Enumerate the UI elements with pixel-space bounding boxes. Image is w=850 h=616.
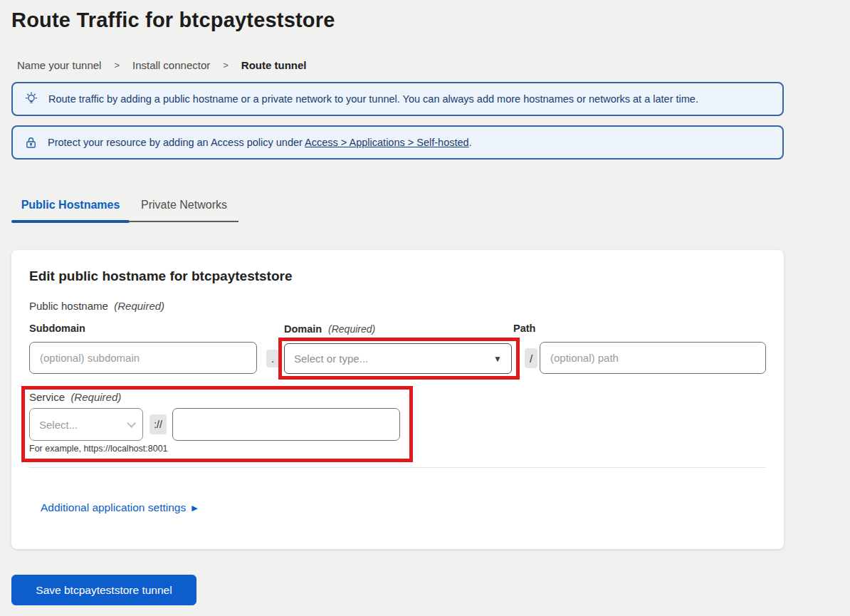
breadcrumb: Name your tunnel > Install connector > R… bbox=[17, 59, 850, 71]
subdomain-label: Subdomain bbox=[29, 323, 85, 334]
breadcrumb-separator: > bbox=[114, 60, 120, 71]
page-title: Route Traffic for btcpayteststore bbox=[11, 9, 850, 32]
dot-separator: . bbox=[266, 350, 279, 367]
service-example-hint: For example, https://localhost:8001 bbox=[29, 444, 168, 454]
breadcrumb-install-connector[interactable]: Install connector bbox=[132, 59, 210, 71]
service-url-input[interactable] bbox=[172, 408, 400, 441]
service-select-placeholder: Select... bbox=[39, 419, 78, 431]
breadcrumb-separator: > bbox=[223, 60, 229, 71]
domain-label: Domain (Required) bbox=[284, 323, 375, 335]
save-tunnel-button[interactable]: Save btcpayteststore tunnel bbox=[11, 575, 196, 605]
scheme-separator: :// bbox=[149, 414, 167, 434]
public-hostname-group-label: Public hostname (Required) bbox=[29, 300, 164, 312]
tip-banner-text: Route traffic by adding a public hostnam… bbox=[48, 93, 698, 105]
public-hostname-label-text: Public hostname bbox=[29, 300, 108, 312]
public-hostname-required-label: (Required) bbox=[114, 300, 164, 312]
section-divider bbox=[29, 467, 766, 468]
active-tab-indicator bbox=[11, 220, 130, 223]
chevron-down-icon bbox=[127, 419, 136, 428]
tip-banner: Route traffic by adding a public hostnam… bbox=[11, 82, 784, 116]
service-required-label: (Required) bbox=[70, 391, 121, 403]
triangle-right-icon: ▶ bbox=[191, 503, 197, 513]
service-type-select[interactable]: Select... bbox=[29, 408, 143, 441]
access-policy-link[interactable]: Access > Applications > Self-hosted bbox=[305, 137, 469, 148]
card-heading: Edit public hostname for btcpayteststore bbox=[29, 268, 293, 284]
access-banner-text: Protect your resource by adding an Acces… bbox=[48, 137, 472, 148]
service-label-text: Service bbox=[29, 391, 65, 403]
subdomain-input[interactable] bbox=[29, 342, 257, 374]
path-label: Path bbox=[513, 323, 535, 334]
service-label: Service (Required) bbox=[29, 391, 121, 403]
edit-public-hostname-card: Edit public hostname for btcpayteststore… bbox=[11, 250, 784, 549]
domain-required-label: (Required) bbox=[328, 323, 375, 335]
path-input[interactable] bbox=[540, 342, 766, 374]
domain-select-placeholder: Select or type... bbox=[294, 353, 368, 365]
access-banner-text-after: . bbox=[469, 137, 472, 148]
slash-separator: / bbox=[525, 348, 537, 368]
access-banner-text-before: Protect your resource by adding an Acces… bbox=[48, 137, 305, 148]
inactive-tab-track bbox=[130, 221, 238, 222]
tab-private-networks[interactable]: Private Networks bbox=[130, 199, 238, 220]
breadcrumb-route-tunnel: Route tunnel bbox=[241, 59, 307, 71]
access-banner: Protect your resource by adding an Acces… bbox=[11, 125, 784, 160]
tab-public-hostnames[interactable]: Public Hostnames bbox=[11, 199, 130, 220]
tab-bar: Public Hostnames Private Networks bbox=[11, 199, 850, 220]
domain-select[interactable]: Select or type... ▼ bbox=[284, 343, 512, 374]
lock-icon bbox=[23, 135, 38, 150]
tab-underline-track bbox=[11, 220, 850, 223]
additional-settings-link[interactable]: Additional application settings ▶ bbox=[41, 501, 198, 514]
caret-down-icon: ▼ bbox=[493, 354, 502, 364]
additional-settings-label: Additional application settings bbox=[41, 501, 186, 514]
breadcrumb-name-your-tunnel[interactable]: Name your tunnel bbox=[17, 59, 101, 71]
lightbulb-icon bbox=[23, 91, 39, 107]
domain-label-text: Domain bbox=[284, 323, 322, 335]
